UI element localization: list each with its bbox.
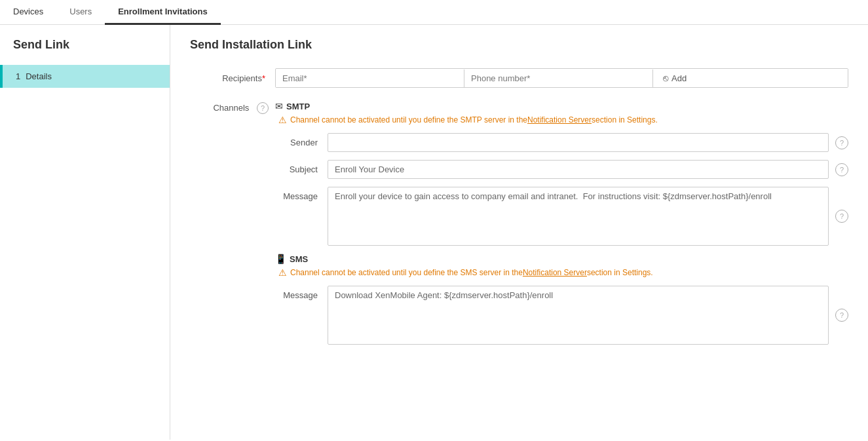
email-input[interactable] xyxy=(276,69,464,87)
sender-label: Sender xyxy=(275,133,328,147)
smtp-notification-server-link[interactable]: Notification Server xyxy=(527,115,592,125)
smtp-message-help-icon[interactable]: ? xyxy=(835,210,848,223)
sidebar: Send Link 1 Details xyxy=(0,25,170,440)
recipients-row: Recipients* ⎋ Add xyxy=(190,68,848,88)
subject-label: Subject xyxy=(275,160,328,174)
sender-help-icon[interactable]: ? xyxy=(835,136,848,149)
channels-content: ✉ SMTP ⚠ Channel cannot be activated unt… xyxy=(275,101,848,353)
sender-row: Sender ? xyxy=(275,133,848,152)
sms-warning: ⚠ Channel cannot be activated until you … xyxy=(278,267,848,278)
step-label: Details xyxy=(26,71,52,81)
sms-name: SMS xyxy=(290,254,308,264)
smtp-message-input-group: Enroll your device to gain access to com… xyxy=(328,187,848,246)
smtp-message-row: Message Enroll your device to gain acces… xyxy=(275,187,848,246)
smtp-header: ✉ SMTP xyxy=(275,101,848,111)
sms-message-input-group: Download XenMobile Agent: ${zdmserver.ho… xyxy=(328,286,848,345)
channels-help-icon[interactable]: ? xyxy=(257,102,269,114)
add-icon: ⎋ xyxy=(663,73,668,83)
channels-label: Channels ? xyxy=(190,101,275,114)
sms-message-help-icon[interactable]: ? xyxy=(835,309,848,322)
main-layout: Send Link 1 Details Send Installation Li… xyxy=(0,25,868,440)
sidebar-title: Send Link xyxy=(0,38,170,65)
channels-row: Channels ? ✉ SMTP ⚠ Channel cannot be ac… xyxy=(190,101,848,353)
smtp-name: SMTP xyxy=(286,102,310,111)
sidebar-item-details[interactable]: 1 Details xyxy=(0,65,170,88)
subject-help-icon[interactable]: ? xyxy=(835,163,848,176)
step-number: 1 xyxy=(16,71,20,81)
smtp-message-label: Message xyxy=(275,187,328,201)
smtp-message-textarea[interactable]: Enroll your device to gain access to com… xyxy=(328,187,829,246)
subject-input[interactable] xyxy=(328,160,829,179)
subject-row: Subject ? xyxy=(275,160,848,179)
top-navigation: Devices Users Enrollment Invitations xyxy=(0,0,868,25)
smtp-warning: ⚠ Channel cannot be activated until you … xyxy=(278,115,848,125)
sms-message-textarea[interactable]: Download XenMobile Agent: ${zdmserver.ho… xyxy=(328,286,829,345)
sender-input[interactable] xyxy=(328,133,829,152)
main-content: Send Installation Link Recipients* ⎋ Add… xyxy=(170,25,868,440)
phone-input[interactable] xyxy=(464,69,653,87)
recipients-label: Recipients* xyxy=(190,68,275,83)
add-recipient-button[interactable]: ⎋ Add xyxy=(653,69,848,87)
smtp-icon: ✉ xyxy=(275,101,283,111)
sms-notification-server-link[interactable]: Notification Server xyxy=(523,268,587,277)
sms-warn-icon: ⚠ xyxy=(278,267,287,278)
nav-users[interactable]: Users xyxy=(56,0,105,25)
subject-input-group: ? xyxy=(328,160,848,179)
sms-icon: 📱 xyxy=(275,254,286,264)
sms-message-row: Message Download XenMobile Agent: ${zdms… xyxy=(275,286,848,345)
sender-input-group: ? xyxy=(328,133,848,152)
recipients-group: ⎋ Add xyxy=(275,68,848,88)
sms-message-label: Message xyxy=(275,286,328,300)
smtp-warn-icon: ⚠ xyxy=(278,115,287,125)
nav-devices[interactable]: Devices xyxy=(0,0,56,25)
nav-enrollment-invitations[interactable]: Enrollment Invitations xyxy=(105,0,221,25)
page-title: Send Installation Link xyxy=(190,38,848,52)
sms-header: 📱 SMS xyxy=(275,254,848,264)
